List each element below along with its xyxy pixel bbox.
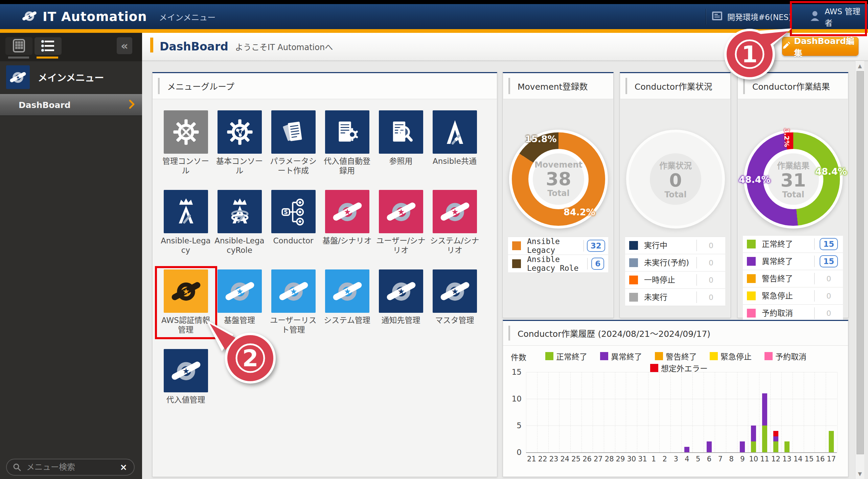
menu-tile-label: Conductor (266, 236, 320, 245)
legend-row[interactable]: 正常終了 15 (743, 236, 843, 253)
legend-count: 0 (697, 259, 725, 267)
legend-row[interactable]: 未実行(予約) 0 (625, 254, 725, 271)
legend-label: 緊急停止 (762, 291, 793, 300)
legend-row[interactable]: 予約取消 0 (743, 305, 843, 322)
menu-group-title: メニューグループ (167, 80, 234, 92)
menu-tile-11[interactable]: ★ (379, 190, 423, 233)
topbar-main-menu[interactable]: メインメニュー (159, 4, 215, 29)
legend-count: 6 (588, 258, 608, 270)
menu-tile-19[interactable]: ★ (164, 349, 208, 392)
legend-row[interactable]: 緊急停止 0 (743, 287, 843, 305)
conductor-history-panel: Conductor作業履歴 (2024/08/21～2024/09/17) 件数… (503, 320, 848, 477)
menu-tile-18[interactable]: ★ (433, 269, 477, 313)
donut-center-total: 38 (546, 170, 571, 189)
legend-count: 0 (815, 275, 843, 283)
sidebar-collapse-button[interactable]: « (117, 37, 132, 54)
menu-tile-label: 基盤/シナリオ (320, 236, 374, 245)
donut-center-label: 作業状況 (659, 159, 692, 171)
legend-row[interactable]: Ansible Legacy Role 6 (508, 255, 608, 273)
result-donut-center: 作業結果 31 Total (763, 149, 823, 209)
legend-swatch (747, 309, 756, 318)
legend-row[interactable]: 実行中 0 (625, 237, 725, 254)
movement-donut-center: Movement 38 Total (528, 149, 589, 209)
legend-row[interactable]: 未実行 0 (625, 289, 725, 306)
menu-tile-14[interactable]: ★ (218, 269, 262, 313)
menu-tile-7[interactable] (164, 190, 208, 233)
legend-swatch (600, 352, 608, 360)
app-logo[interactable]: ★ IT Automation (22, 8, 147, 25)
scroll-down-arrow[interactable]: ▼ (855, 471, 864, 477)
legend-count: 0 (697, 276, 725, 284)
topbar-divider (706, 9, 706, 24)
menu-tile-label: システム管理 (320, 315, 374, 325)
donut-center-total: 31 (780, 171, 806, 190)
scrollbar-thumb[interactable] (856, 71, 864, 454)
vertical-scrollbar[interactable]: ▲ ▼ (855, 61, 864, 479)
menu-tile-9[interactable]: S (271, 190, 316, 233)
legend-label: 未実行 (644, 293, 667, 302)
menu-tile-5[interactable] (379, 110, 423, 154)
svg-text:★: ★ (397, 207, 405, 217)
card-conductor-result: Conductor作業結果 作業結果 31 Total 48.4% 48.4% … (737, 72, 848, 318)
panel-accent-bar (508, 78, 510, 94)
menu-tile-3[interactable] (271, 110, 316, 154)
menu-tile-label: Ansible-Legacy (159, 236, 213, 255)
menu-tile-15[interactable]: ★ (271, 269, 316, 313)
card-movement-count: Movement登録数 Movement 38 Total 15.8% 84.2… (503, 72, 614, 318)
menu-tile-10[interactable]: ★ (325, 190, 369, 233)
tab-grid-view[interactable] (5, 37, 32, 55)
svg-text:★: ★ (16, 75, 20, 80)
highlight-box-user (790, 1, 867, 36)
result-pct-right: 48.4% (815, 166, 847, 177)
menu-tile-label: Ansible共通 (428, 156, 482, 166)
legend-swatch (747, 240, 756, 248)
tab-list-underline (37, 57, 58, 59)
scroll-up-arrow[interactable]: ▲ (855, 63, 864, 69)
card-result-body: 作業結果 31 Total 48.4% 48.4% 3.2% 正常終了 15 異… (738, 99, 848, 317)
menu-search-input[interactable] (26, 462, 112, 472)
svg-text:★: ★ (236, 287, 243, 296)
legend-row[interactable]: Ansible Legacy 32 (508, 237, 608, 255)
menu-tile-1[interactable] (164, 110, 208, 154)
panel-accent-bar (508, 326, 510, 341)
menu-tile-8[interactable] (218, 190, 262, 233)
legend-row[interactable]: 警告終了 0 (743, 270, 843, 287)
legend-swatch (512, 259, 521, 268)
history-bar (784, 441, 790, 452)
result-pct-left: 48.4% (739, 174, 771, 185)
chevron-right-icon (129, 100, 135, 110)
menu-tile-6[interactable] (433, 110, 477, 154)
status-donut-chart[interactable]: 作業状況 0 Total (626, 130, 725, 228)
svg-text:★: ★ (344, 287, 351, 296)
legend-swatch (650, 364, 658, 372)
sidebar-item-dashboard[interactable]: DashBoard (0, 94, 142, 116)
legend-count: 32 (584, 240, 608, 252)
donut-center-sublabel: Total (782, 190, 804, 199)
legend-row[interactable]: 異常終了 15 (743, 253, 843, 270)
menu-tile-16[interactable]: ★ (325, 269, 369, 313)
menu-tile-2[interactable] (218, 110, 262, 154)
card-conductor-status: Conductor作業状況 作業状況 0 Total 実行中 0 未実行(予約)… (620, 72, 731, 318)
svg-text:★: ★ (397, 287, 405, 296)
card-movement-body: Movement 38 Total 15.8% 84.2% Ansible Le… (503, 99, 613, 317)
legend-row[interactable]: 一時停止 0 (625, 271, 725, 289)
history-count-label: 件数 (511, 351, 526, 363)
tab-list-view[interactable] (35, 37, 62, 55)
edit-button-label: DashBoard編集 (794, 34, 858, 59)
svg-text:★: ★ (290, 287, 297, 296)
search-clear-button[interactable]: × (120, 462, 127, 472)
menu-tile-label: システム/シナリオ (428, 236, 482, 255)
legend-label: 予約取消 (762, 309, 793, 318)
history-bar (773, 431, 778, 436)
history-bar (773, 441, 778, 452)
result-pct-top: 3.2% (783, 128, 791, 147)
menu-tile-12[interactable]: ★ (433, 190, 477, 233)
history-title: Conductor作業履歴 (2024/08/21～2024/09/17) (518, 327, 710, 339)
sidebar-search: × (6, 459, 135, 476)
card-status-body: 作業状況 0 Total 実行中 0 未実行(予約) 0 一時停止 0 未実行 … (620, 99, 730, 317)
app-logo-text: IT Automation (43, 9, 147, 24)
menu-tile-17[interactable]: ★ (379, 269, 423, 313)
legend-swatch (629, 293, 638, 302)
legend-label: 未実行(予約) (644, 258, 689, 267)
menu-tile-4[interactable] (325, 110, 369, 154)
